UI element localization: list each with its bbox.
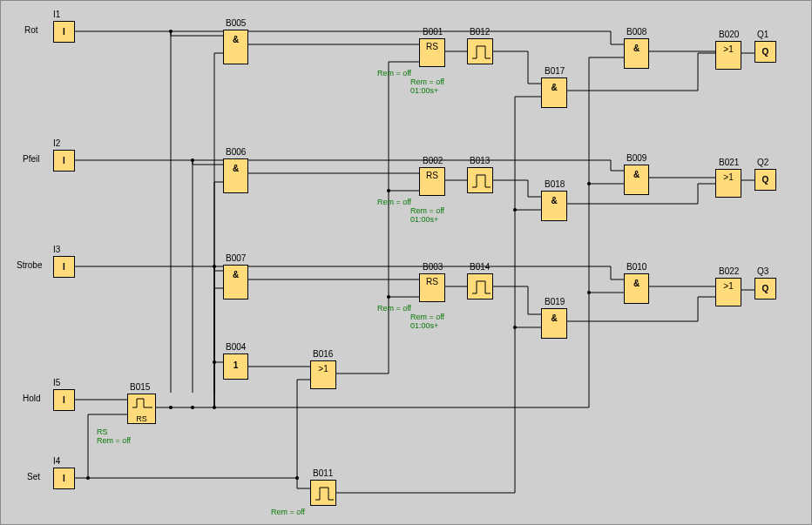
svg-point-14 [587,291,591,294]
output-block-Q1[interactable]: Q [754,41,776,63]
block-B022-id: B022 [719,266,739,276]
block-B021[interactable]: >1 [715,169,741,198]
block-B006-id: B006 [226,147,246,157]
block-B017[interactable]: & [541,77,567,108]
b001-rem1: Rem = off [377,69,411,77]
input-block-I3[interactable]: I [53,256,75,278]
input-block-I1[interactable]: I [53,21,75,43]
block-B002[interactable]: RS [419,167,445,196]
block-B001-id: B001 [423,27,443,37]
svg-point-7 [213,360,216,364]
output-Q3-id: Q3 [757,266,768,276]
output-block-Q3[interactable]: Q [754,278,776,300]
block-B015-note: RS [97,427,108,436]
block-B005-id: B005 [226,18,246,28]
input-I1-id: I1 [53,10,60,19]
block-B020-id: B020 [719,30,739,39]
input-I2-id: I2 [53,138,60,148]
block-B012[interactable] [467,38,493,64]
diagram-canvas[interactable]: I1 Rot I I2 Pfeil I I3 Strobe I I5 Hold … [0,0,812,525]
block-B003[interactable]: RS [419,273,445,302]
block-B021-id: B021 [719,158,739,167]
block-B006[interactable]: & [223,158,248,193]
b002-rem1: Rem = off [377,198,411,206]
block-B009[interactable]: & [624,165,649,195]
block-B011-id: B011 [313,468,333,478]
svg-point-11 [513,208,517,212]
b002-rem2: Rem = off 01:00s+ [410,206,444,224]
input-block-I4[interactable]: I [53,468,75,489]
block-B015-rem: Rem = off [97,436,131,445]
block-B019-id: B019 [545,297,565,306]
block-B003-id: B003 [423,262,443,272]
block-B004-id: B004 [226,342,246,352]
block-B015-id: B015 [130,382,150,392]
wires [1,1,812,525]
block-B010[interactable]: & [624,273,649,304]
b001-rem2: Rem = off 01:00s+ [410,77,444,95]
block-B008-id: B008 [626,27,646,37]
block-B005[interactable]: & [223,30,248,64]
pulse-icon [468,39,494,65]
block-B020[interactable]: >1 [715,41,741,70]
input-I1-name: Rot [24,25,38,35]
input-I4-id: I4 [53,456,60,466]
svg-point-10 [387,295,390,299]
block-B007[interactable]: & [223,265,248,300]
block-B013-id: B013 [470,156,490,165]
input-block-I2[interactable]: I [53,150,75,172]
svg-point-4 [169,406,173,409]
svg-point-12 [513,326,517,329]
block-B014-id: B014 [470,262,490,272]
block-B011-rem: Rem = off [271,508,305,516]
output-Q2-id: Q2 [757,158,768,167]
block-B016-id: B016 [313,349,333,359]
block-B009-id: B009 [626,153,646,163]
block-B022[interactable]: >1 [715,278,741,306]
input-I5-id: I5 [53,378,60,387]
block-B017-id: B017 [545,66,565,76]
block-B004[interactable]: 1 [223,353,248,380]
block-B018-id: B018 [545,179,565,189]
pulse-icon [468,274,494,300]
input-block-I5[interactable]: I [53,389,75,411]
svg-point-9 [387,189,390,192]
b003-rem1: Rem = off [377,304,411,313]
block-B015-sym: RS [128,414,155,423]
block-B014[interactable] [467,273,493,300]
block-B008[interactable]: & [624,38,649,69]
block-B016[interactable]: >1 [310,360,336,389]
block-B018[interactable]: & [541,191,567,221]
input-I3-id: I3 [53,245,60,254]
block-B019[interactable]: & [541,308,567,339]
pulse-icon [468,168,494,194]
output-block-Q2[interactable]: Q [754,169,776,191]
block-B012-id: B012 [470,27,490,37]
svg-point-13 [587,182,591,185]
input-I5-name: Hold [23,394,41,403]
input-I4-name: Set [27,472,40,481]
output-Q1-id: Q1 [757,30,768,39]
block-B001[interactable]: RS [419,38,445,67]
block-B013[interactable] [467,167,493,193]
block-B011[interactable] [310,480,336,506]
svg-point-8 [295,476,299,480]
block-B007-id: B007 [226,253,246,263]
pulse-icon [128,394,157,412]
pulse-icon [311,481,337,507]
input-I2-name: Pfeil [23,154,39,164]
b003-rem2: Rem = off 01:00s+ [410,313,444,330]
input-I3-name: Strobe [17,260,42,270]
svg-point-5 [191,406,194,409]
block-B010-id: B010 [626,262,646,272]
block-B002-id: B002 [423,156,443,165]
block-B015[interactable]: RS [127,394,156,424]
